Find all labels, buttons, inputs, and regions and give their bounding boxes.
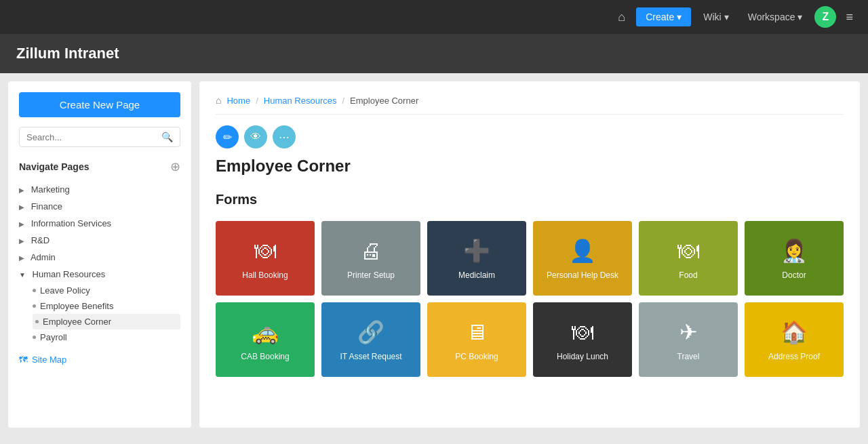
form-card-label: Doctor [782,270,806,281]
dropdown-arrow-icon: ▾ [677,12,682,22]
workspace-dropdown-icon: ▾ [797,12,802,22]
bullet-icon [33,304,36,308]
form-card-icon: 🍽 [572,320,593,345]
form-card-label: Personal Help Desk [547,270,618,281]
form-card-label: Mediclaim [458,270,495,281]
create-new-page-button[interactable]: Create New Page [19,92,180,117]
navigate-pages-title: Navigate Pages [19,161,90,172]
forms-section-title: Forms [216,192,844,207]
page-title: Employee Corner [216,157,844,176]
navigate-pages-header: Navigate Pages ⊕ [19,159,180,174]
wiki-link[interactable]: Wiki ▾ [696,7,735,26]
create-button[interactable]: Create ▾ [636,7,691,26]
sidebar-item-admin[interactable]: ▶ Admin [19,249,180,266]
nav-items-list: ▶ Marketing ▶ Finance ▶ Information Serv… [19,181,180,345]
wiki-dropdown-icon: ▾ [724,12,729,22]
site-map-link[interactable]: 🗺 Site Map [19,355,180,365]
form-card-label: Hall Booking [242,270,288,281]
form-card-label: Holiday Lunch [557,352,608,363]
sidebar-item-leave-policy[interactable]: Leave Policy [33,283,180,298]
main-layout: Create New Page 🔍 Navigate Pages ⊕ ▶ Mar… [0,73,868,436]
bullet-icon [35,320,39,323]
form-card-icon: 🍽 [254,239,276,264]
form-card-icon: 🖨 [360,239,382,264]
app-title: Zillum Intranet [16,45,852,62]
form-card-icon: 🚕 [252,319,279,345]
arrow-icon: ▶ [19,237,24,245]
form-card-it-asset-request[interactable]: 🔗IT Asset Request [321,302,420,377]
form-card-address-proof[interactable]: 🏠Address Proof [745,302,844,377]
workspace-link[interactable]: Workspace ▾ [741,7,810,26]
sidebar: Create New Page 🔍 Navigate Pages ⊕ ▶ Mar… [8,81,191,428]
breadcrumb-home-link[interactable]: Home [226,96,250,106]
form-card-icon: ➕ [463,238,490,264]
form-card-icon: 🏠 [781,319,808,345]
form-card-icon: 👩‍⚕️ [781,238,808,264]
form-card-icon: 🖥 [466,320,488,345]
search-icon: 🔍 [161,132,173,142]
forms-grid-row1: 🍽Hall Booking🖨Printer Setup➕Mediclaim👤Pe… [216,221,844,296]
breadcrumb-current: Employee Corner [350,96,418,106]
forms-grid-row2: 🚕CAB Booking🔗IT Asset Request🖥PC Booking… [216,302,844,377]
home-icon[interactable]: ⌂ [612,7,631,27]
breadcrumb-home-icon: ⌂ [216,95,221,106]
form-card-icon: 👤 [569,238,596,264]
sidebar-item-human-resources[interactable]: ▼ Human Resources [19,266,180,283]
form-card-icon: 🍽 [677,239,699,264]
sitemap-icon: 🗺 [19,355,28,365]
form-card-holiday-lunch[interactable]: 🍽Holiday Lunch [533,302,632,377]
avatar[interactable]: Z [814,6,836,28]
breadcrumb-parent-link[interactable]: Human Resources [264,96,337,106]
bullet-icon [33,289,36,292]
create-label: Create [646,12,674,22]
view-button[interactable]: 👁 [244,125,267,148]
form-card-label: Address Proof [768,352,820,363]
form-card-label: PC Booking [455,352,498,363]
form-card-doctor[interactable]: 👩‍⚕️Doctor [745,221,844,296]
form-card-travel[interactable]: ✈Travel [639,302,738,377]
form-card-label: Travel [677,352,700,363]
sidebar-item-marketing[interactable]: ▶ Marketing [19,181,180,198]
form-card-personal-help-desk[interactable]: 👤Personal Help Desk [533,221,632,296]
bullet-icon [33,336,36,339]
form-card-food[interactable]: 🍽Food [639,221,738,296]
sidebar-item-employee-benefits[interactable]: Employee Benefits [33,298,180,314]
arrow-icon: ▶ [19,220,24,228]
form-card-icon: ✈ [679,319,698,345]
search-box: 🔍 [19,127,180,147]
sidebar-item-rnd[interactable]: ▶ R&D [19,232,180,249]
arrow-icon: ▶ [19,186,24,194]
form-card-mediclaim[interactable]: ➕Mediclaim [427,221,526,296]
breadcrumb: ⌂ Home / Human Resources / Employee Corn… [216,95,844,115]
hamburger-icon[interactable]: ≡ [842,7,857,27]
sidebar-item-information-services[interactable]: ▶ Information Services [19,215,180,232]
top-navigation: ⌂ Create ▾ Wiki ▾ Workspace ▾ Z ≡ [0,0,868,34]
sidebar-item-employee-corner[interactable]: Employee Corner [33,314,180,329]
arrow-icon: ▶ [19,203,24,211]
form-card-label: Printer Setup [347,270,395,281]
form-card-cab-booking[interactable]: 🚕CAB Booking [216,302,315,377]
add-page-icon[interactable]: ⊕ [170,159,180,174]
hr-sub-nav: Leave Policy Employee Benefits Employee … [19,283,180,345]
more-button[interactable]: ⋯ [273,125,296,148]
sidebar-item-finance[interactable]: ▶ Finance [19,198,180,215]
search-input[interactable] [26,132,161,142]
form-card-printer-setup[interactable]: 🖨Printer Setup [321,221,420,296]
form-card-hall-booking[interactable]: 🍽Hall Booking [216,221,315,296]
edit-button[interactable]: ✏ [216,125,239,148]
form-card-label: IT Asset Request [340,352,401,363]
action-buttons: ✏ 👁 ⋯ [216,125,844,148]
form-card-label: Food [679,270,697,281]
breadcrumb-sep1: / [256,96,258,106]
arrow-down-icon: ▼ [19,271,26,279]
app-header: Zillum Intranet [0,34,868,73]
form-card-icon: 🔗 [357,319,384,345]
arrow-icon: ▶ [19,254,24,262]
form-card-label: CAB Booking [241,352,289,363]
form-card-pc-booking[interactable]: 🖥PC Booking [427,302,526,377]
sidebar-item-payroll[interactable]: Payroll [33,329,180,345]
breadcrumb-sep2: / [342,96,344,106]
content-area: ⌂ Home / Human Resources / Employee Corn… [199,81,860,428]
